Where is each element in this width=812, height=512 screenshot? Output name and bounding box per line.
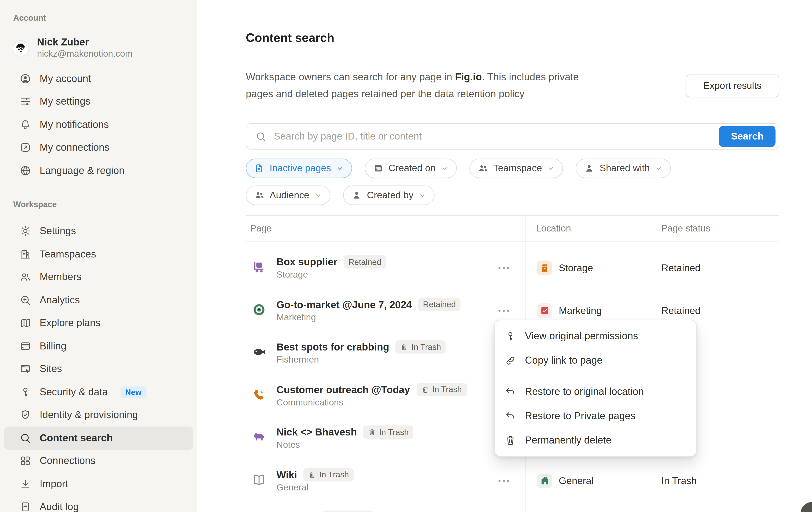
export-results-button[interactable]: Export results xyxy=(686,74,779,97)
search-bar[interactable] xyxy=(246,123,779,150)
status-badge: In Trash xyxy=(396,340,446,354)
column-header-location: Location xyxy=(536,216,571,241)
fish-icon xyxy=(252,344,266,359)
search-button[interactable]: Search xyxy=(719,126,776,147)
filter-chip-inactive-pages[interactable]: Inactive pages xyxy=(246,158,352,178)
search-icon xyxy=(256,131,267,142)
chevron-down-icon xyxy=(441,165,448,172)
location-cell: Storage xyxy=(537,261,593,275)
filter-row-1: Inactive pages Created on Teamspace Shar… xyxy=(246,158,671,178)
page-subtitle: Marketing xyxy=(277,311,316,323)
line-chart-icon xyxy=(537,303,552,318)
sidebar-item-content-search[interactable]: Content search xyxy=(4,427,193,450)
filter-label: Created on xyxy=(389,163,436,174)
menu-item-restore-private-pages[interactable]: Restore to Private pages xyxy=(495,404,696,428)
page-title: Content search xyxy=(246,31,335,45)
filter-chip-teamspace[interactable]: Teamspace xyxy=(469,158,563,178)
table-row[interactable]: Box supplierRetained Storage Storage Ret… xyxy=(246,247,779,290)
sidebar-item-label: My notifications xyxy=(40,119,109,130)
page-status-cell: Retained xyxy=(662,305,701,317)
account-section-label: Account xyxy=(13,13,197,23)
filter-chip-shared-with[interactable]: Shared with xyxy=(576,158,671,178)
row-more-icon[interactable] xyxy=(496,261,511,275)
sidebar-item-members[interactable]: Members xyxy=(4,266,193,289)
filter-label: Shared with xyxy=(600,163,650,174)
menu-item-restore-original-location[interactable]: Restore to original location xyxy=(495,380,696,404)
help-button[interactable] xyxy=(801,502,812,512)
storage-box-icon xyxy=(537,261,552,275)
table-header: Page Location Page status xyxy=(246,215,779,242)
sidebar-item-my-notifications[interactable]: My notifications xyxy=(4,113,193,136)
page-description: Workspace owners can search for any page… xyxy=(246,69,579,102)
sidebar-item-my-settings[interactable]: My settings xyxy=(4,90,193,113)
account-nav: My account My settings My notifications … xyxy=(0,67,197,182)
page-title-cell: Nick <> Bhavesh xyxy=(277,426,357,438)
user-account-row[interactable]: Nick Zuber nickz@makenotion.com xyxy=(13,35,189,61)
sidebar-item-language-region[interactable]: Language & region xyxy=(4,159,193,182)
content-search-page: Account Nick Zuber nickz@makenotion.com … xyxy=(0,0,812,512)
menu-item-view-original-permissions[interactable]: View original permissions xyxy=(495,324,696,349)
person-icon xyxy=(352,190,362,201)
sidebar-item-teamspaces[interactable]: Teamspaces xyxy=(4,243,193,266)
sidebar-item-my-connections[interactable]: My connections xyxy=(4,136,193,159)
menu-item-label: View original permissions xyxy=(525,330,638,342)
row-more-icon[interactable] xyxy=(496,473,511,488)
building-icon xyxy=(20,248,31,260)
menu-divider xyxy=(495,376,696,377)
sidebar-item-label: Import xyxy=(40,478,68,490)
status-badge: In Trash xyxy=(322,511,373,512)
filter-chip-created-on[interactable]: Created on xyxy=(365,158,457,178)
sidebar-item-label: Language & region xyxy=(40,165,124,176)
data-retention-policy-link[interactable]: data retention policy xyxy=(435,88,524,99)
table-row[interactable]: WikiIn Trash General General In Trash xyxy=(246,459,779,502)
page-subtitle: Fishermen xyxy=(277,354,319,366)
sidebar-item-connections[interactable]: Connections xyxy=(4,449,193,473)
shield-check-icon xyxy=(20,409,31,421)
sidebar-item-label: My account xyxy=(40,73,91,84)
sidebar-item-billing[interactable]: Billing xyxy=(4,335,193,358)
sidebar-item-my-account[interactable]: My account xyxy=(4,67,193,90)
page-title-cell: Best spots for crabbing xyxy=(277,341,389,353)
description-text: pages and deleted pages retained per the xyxy=(246,88,435,99)
sidebar-item-import[interactable]: Import xyxy=(4,473,193,495)
row-more-icon[interactable] xyxy=(496,303,511,318)
location-cell: General xyxy=(537,473,593,488)
page-subtitle: Storage xyxy=(277,269,308,281)
filter-chip-created-by[interactable]: Created by xyxy=(343,186,435,205)
user-avatar xyxy=(13,40,29,56)
sidebar-item-label: Members xyxy=(40,271,82,283)
sidebar-item-settings[interactable]: Settings xyxy=(4,220,193,243)
sidebar-item-label: Billing xyxy=(40,340,67,352)
filter-chip-audience[interactable]: Audience xyxy=(246,186,330,205)
sidebar-item-analytics[interactable]: Analytics xyxy=(4,289,193,311)
chevron-down-icon xyxy=(419,191,426,199)
page-title-cell: Wiki xyxy=(277,469,297,481)
filter-label: Teamspace xyxy=(493,163,542,174)
page-title-cell: Customer outreach @Today xyxy=(277,384,410,396)
trash-icon xyxy=(400,343,408,351)
location-label: Marketing xyxy=(559,305,602,317)
page-subtitle: Notes xyxy=(277,439,300,451)
table-row[interactable]: ProjectsIn Trash General In Trash xyxy=(246,502,779,512)
map-icon xyxy=(20,317,31,329)
menu-item-permanently-delete[interactable]: Permanently delete xyxy=(495,428,696,452)
row-context-menu: View original permissions Copy link to p… xyxy=(494,320,697,457)
sidebar-item-identity-provisioning[interactable]: Identity & provisioning xyxy=(4,403,193,427)
sidebar-item-security-data[interactable]: Security & dataNew xyxy=(4,381,193,403)
location-cell: Marketing xyxy=(537,303,602,318)
grid-icon xyxy=(20,455,31,467)
sidebar-item-label: Content search xyxy=(40,432,113,444)
menu-item-copy-link[interactable]: Copy link to page xyxy=(495,349,696,373)
sidebar-item-audit-log[interactable]: Audit log xyxy=(4,495,193,512)
phone-icon xyxy=(252,387,266,402)
column-header-page: Page xyxy=(250,216,272,241)
title-divider xyxy=(246,60,781,60)
arrow-up-right-icon xyxy=(20,142,31,153)
page-status-cell: In Trash xyxy=(662,475,697,487)
sidebar-item-label: Settings xyxy=(40,225,76,237)
column-header-page-status: Page status xyxy=(662,216,710,241)
sidebar-item-sites[interactable]: Sites xyxy=(4,358,193,381)
search-input[interactable] xyxy=(273,130,779,143)
globe-icon xyxy=(20,165,31,176)
sidebar-item-explore-plans[interactable]: Explore plans xyxy=(4,311,193,335)
